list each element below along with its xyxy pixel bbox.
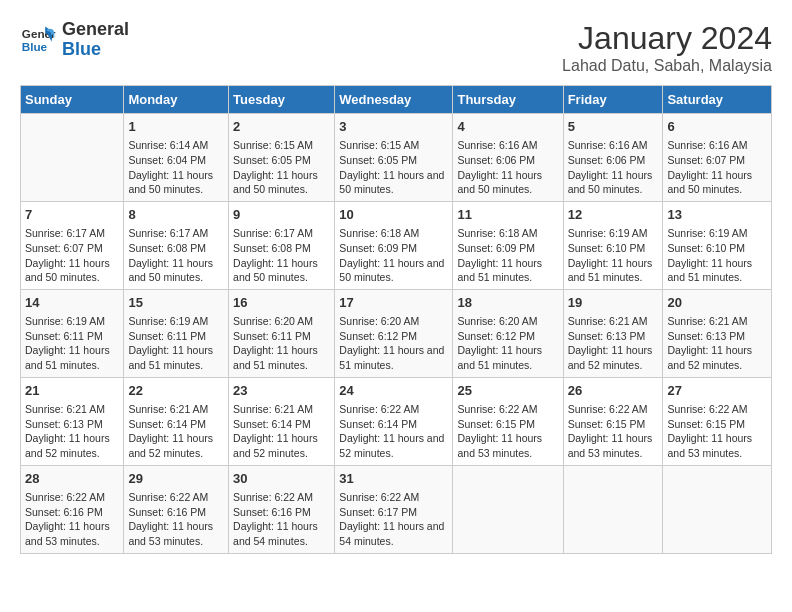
day-number: 2 xyxy=(233,118,330,136)
day-info: Sunrise: 6:21 AMSunset: 6:14 PMDaylight:… xyxy=(128,402,224,461)
header-row: Sunday Monday Tuesday Wednesday Thursday… xyxy=(21,86,772,114)
day-number: 29 xyxy=(128,470,224,488)
logo-line2: Blue xyxy=(62,40,129,60)
calendar-cell: 30Sunrise: 6:22 AMSunset: 6:16 PMDayligh… xyxy=(229,465,335,553)
col-thursday: Thursday xyxy=(453,86,563,114)
day-number: 20 xyxy=(667,294,767,312)
day-number: 6 xyxy=(667,118,767,136)
title-block: January 2024 Lahad Datu, Sabah, Malaysia xyxy=(562,20,772,75)
calendar-week-row: 21Sunrise: 6:21 AMSunset: 6:13 PMDayligh… xyxy=(21,377,772,465)
calendar-subtitle: Lahad Datu, Sabah, Malaysia xyxy=(562,57,772,75)
day-number: 19 xyxy=(568,294,659,312)
calendar-header: Sunday Monday Tuesday Wednesday Thursday… xyxy=(21,86,772,114)
day-info: Sunrise: 6:16 AMSunset: 6:07 PMDaylight:… xyxy=(667,138,767,197)
calendar-cell: 18Sunrise: 6:20 AMSunset: 6:12 PMDayligh… xyxy=(453,289,563,377)
day-info: Sunrise: 6:21 AMSunset: 6:13 PMDaylight:… xyxy=(25,402,119,461)
calendar-week-row: 28Sunrise: 6:22 AMSunset: 6:16 PMDayligh… xyxy=(21,465,772,553)
calendar-cell: 28Sunrise: 6:22 AMSunset: 6:16 PMDayligh… xyxy=(21,465,124,553)
col-tuesday: Tuesday xyxy=(229,86,335,114)
day-number: 15 xyxy=(128,294,224,312)
day-number: 22 xyxy=(128,382,224,400)
day-number: 8 xyxy=(128,206,224,224)
calendar-cell: 15Sunrise: 6:19 AMSunset: 6:11 PMDayligh… xyxy=(124,289,229,377)
page-header: General Blue General Blue January 2024 L… xyxy=(20,20,772,75)
day-info: Sunrise: 6:18 AMSunset: 6:09 PMDaylight:… xyxy=(457,226,558,285)
day-info: Sunrise: 6:22 AMSunset: 6:17 PMDaylight:… xyxy=(339,490,448,549)
day-number: 9 xyxy=(233,206,330,224)
day-info: Sunrise: 6:22 AMSunset: 6:15 PMDaylight:… xyxy=(667,402,767,461)
day-number: 1 xyxy=(128,118,224,136)
day-number: 14 xyxy=(25,294,119,312)
day-number: 31 xyxy=(339,470,448,488)
col-friday: Friday xyxy=(563,86,663,114)
day-info: Sunrise: 6:16 AMSunset: 6:06 PMDaylight:… xyxy=(457,138,558,197)
calendar-title: January 2024 xyxy=(562,20,772,57)
logo-icon: General Blue xyxy=(20,22,56,58)
day-number: 21 xyxy=(25,382,119,400)
col-wednesday: Wednesday xyxy=(335,86,453,114)
calendar-week-row: 14Sunrise: 6:19 AMSunset: 6:11 PMDayligh… xyxy=(21,289,772,377)
day-info: Sunrise: 6:18 AMSunset: 6:09 PMDaylight:… xyxy=(339,226,448,285)
day-info: Sunrise: 6:19 AMSunset: 6:10 PMDaylight:… xyxy=(568,226,659,285)
day-number: 28 xyxy=(25,470,119,488)
day-info: Sunrise: 6:17 AMSunset: 6:07 PMDaylight:… xyxy=(25,226,119,285)
day-info: Sunrise: 6:19 AMSunset: 6:11 PMDaylight:… xyxy=(128,314,224,373)
day-number: 4 xyxy=(457,118,558,136)
day-number: 10 xyxy=(339,206,448,224)
calendar-cell: 24Sunrise: 6:22 AMSunset: 6:14 PMDayligh… xyxy=(335,377,453,465)
calendar-cell: 25Sunrise: 6:22 AMSunset: 6:15 PMDayligh… xyxy=(453,377,563,465)
day-number: 11 xyxy=(457,206,558,224)
calendar-cell: 4Sunrise: 6:16 AMSunset: 6:06 PMDaylight… xyxy=(453,114,563,202)
logo-text: General Blue xyxy=(62,20,129,60)
day-number: 25 xyxy=(457,382,558,400)
calendar-cell: 7Sunrise: 6:17 AMSunset: 6:07 PMDaylight… xyxy=(21,201,124,289)
day-number: 12 xyxy=(568,206,659,224)
calendar-cell: 17Sunrise: 6:20 AMSunset: 6:12 PMDayligh… xyxy=(335,289,453,377)
day-number: 17 xyxy=(339,294,448,312)
calendar-cell: 12Sunrise: 6:19 AMSunset: 6:10 PMDayligh… xyxy=(563,201,663,289)
calendar-cell: 1Sunrise: 6:14 AMSunset: 6:04 PMDaylight… xyxy=(124,114,229,202)
calendar-cell: 9Sunrise: 6:17 AMSunset: 6:08 PMDaylight… xyxy=(229,201,335,289)
day-info: Sunrise: 6:22 AMSunset: 6:15 PMDaylight:… xyxy=(457,402,558,461)
day-info: Sunrise: 6:19 AMSunset: 6:10 PMDaylight:… xyxy=(667,226,767,285)
calendar-cell: 27Sunrise: 6:22 AMSunset: 6:15 PMDayligh… xyxy=(663,377,772,465)
calendar-week-row: 1Sunrise: 6:14 AMSunset: 6:04 PMDaylight… xyxy=(21,114,772,202)
calendar-cell xyxy=(663,465,772,553)
day-number: 3 xyxy=(339,118,448,136)
calendar-cell xyxy=(21,114,124,202)
calendar-cell: 29Sunrise: 6:22 AMSunset: 6:16 PMDayligh… xyxy=(124,465,229,553)
calendar-cell: 31Sunrise: 6:22 AMSunset: 6:17 PMDayligh… xyxy=(335,465,453,553)
day-number: 26 xyxy=(568,382,659,400)
day-info: Sunrise: 6:22 AMSunset: 6:15 PMDaylight:… xyxy=(568,402,659,461)
col-monday: Monday xyxy=(124,86,229,114)
calendar-cell: 8Sunrise: 6:17 AMSunset: 6:08 PMDaylight… xyxy=(124,201,229,289)
logo-line1: General xyxy=(62,20,129,40)
logo: General Blue General Blue xyxy=(20,20,129,60)
day-info: Sunrise: 6:20 AMSunset: 6:11 PMDaylight:… xyxy=(233,314,330,373)
calendar-week-row: 7Sunrise: 6:17 AMSunset: 6:07 PMDaylight… xyxy=(21,201,772,289)
day-info: Sunrise: 6:15 AMSunset: 6:05 PMDaylight:… xyxy=(339,138,448,197)
day-info: Sunrise: 6:19 AMSunset: 6:11 PMDaylight:… xyxy=(25,314,119,373)
svg-text:Blue: Blue xyxy=(22,40,48,53)
day-info: Sunrise: 6:21 AMSunset: 6:14 PMDaylight:… xyxy=(233,402,330,461)
calendar-cell xyxy=(563,465,663,553)
calendar-cell: 21Sunrise: 6:21 AMSunset: 6:13 PMDayligh… xyxy=(21,377,124,465)
day-number: 30 xyxy=(233,470,330,488)
day-number: 7 xyxy=(25,206,119,224)
day-info: Sunrise: 6:16 AMSunset: 6:06 PMDaylight:… xyxy=(568,138,659,197)
calendar-cell: 13Sunrise: 6:19 AMSunset: 6:10 PMDayligh… xyxy=(663,201,772,289)
calendar-cell: 5Sunrise: 6:16 AMSunset: 6:06 PMDaylight… xyxy=(563,114,663,202)
calendar-cell: 10Sunrise: 6:18 AMSunset: 6:09 PMDayligh… xyxy=(335,201,453,289)
day-number: 13 xyxy=(667,206,767,224)
calendar-cell: 26Sunrise: 6:22 AMSunset: 6:15 PMDayligh… xyxy=(563,377,663,465)
day-info: Sunrise: 6:22 AMSunset: 6:16 PMDaylight:… xyxy=(128,490,224,549)
calendar-cell: 20Sunrise: 6:21 AMSunset: 6:13 PMDayligh… xyxy=(663,289,772,377)
day-info: Sunrise: 6:17 AMSunset: 6:08 PMDaylight:… xyxy=(233,226,330,285)
day-info: Sunrise: 6:22 AMSunset: 6:16 PMDaylight:… xyxy=(233,490,330,549)
day-number: 5 xyxy=(568,118,659,136)
calendar-cell: 3Sunrise: 6:15 AMSunset: 6:05 PMDaylight… xyxy=(335,114,453,202)
calendar-body: 1Sunrise: 6:14 AMSunset: 6:04 PMDaylight… xyxy=(21,114,772,554)
day-number: 18 xyxy=(457,294,558,312)
col-saturday: Saturday xyxy=(663,86,772,114)
day-info: Sunrise: 6:17 AMSunset: 6:08 PMDaylight:… xyxy=(128,226,224,285)
